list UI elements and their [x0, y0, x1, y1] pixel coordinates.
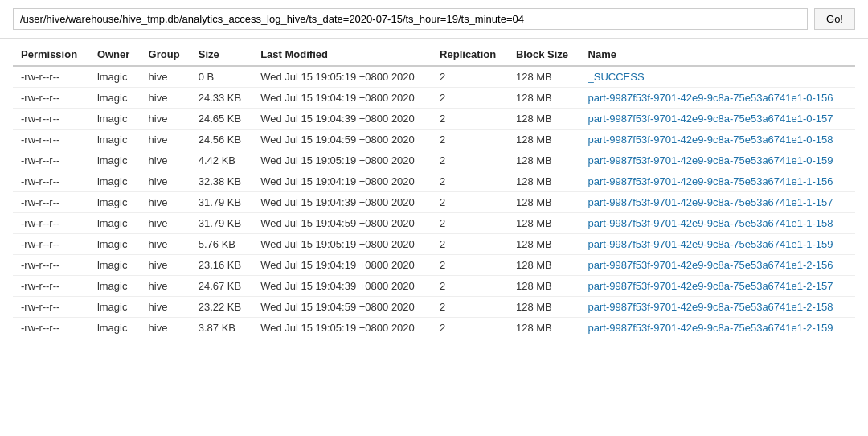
cell-name[interactable]: part-9987f53f-9701-42e9-9c8a-75e53a6741e…: [580, 297, 855, 318]
cell-permission: -rw-r--r--: [13, 109, 89, 130]
cell-permission: -rw-r--r--: [13, 88, 89, 109]
cell-group: hive: [141, 192, 190, 213]
cell-owner: lmagic: [89, 276, 141, 297]
cell-block_size: 128 MB: [508, 171, 580, 192]
table-row: -rw-r--r--lmagichive32.38 KBWed Jul 15 1…: [13, 171, 855, 192]
cell-replication: 2: [432, 109, 508, 130]
cell-replication: 2: [432, 130, 508, 150]
file-table: PermissionOwnerGroupSizeLast ModifiedRep…: [13, 42, 855, 338]
column-header-name: Name: [580, 42, 855, 66]
file-link[interactable]: part-9987f53f-9701-42e9-9c8a-75e53a6741e…: [588, 280, 833, 292]
cell-last_modified: Wed Jul 15 19:05:19 +0800 2020: [252, 318, 432, 339]
cell-owner: lmagic: [89, 255, 141, 276]
cell-name[interactable]: part-9987f53f-9701-42e9-9c8a-75e53a6741e…: [580, 213, 855, 234]
cell-group: hive: [141, 276, 190, 297]
table-row: -rw-r--r--lmagichive0 BWed Jul 15 19:05:…: [13, 66, 855, 88]
cell-size: 32.38 KB: [190, 171, 252, 192]
cell-name[interactable]: part-9987f53f-9701-42e9-9c8a-75e53a6741e…: [580, 88, 855, 109]
cell-permission: -rw-r--r--: [13, 255, 89, 276]
cell-group: hive: [141, 171, 190, 192]
file-link[interactable]: part-9987f53f-9701-42e9-9c8a-75e53a6741e…: [588, 154, 833, 167]
cell-name[interactable]: part-9987f53f-9701-42e9-9c8a-75e53a6741e…: [580, 234, 855, 255]
cell-replication: 2: [432, 276, 508, 297]
cell-size: 3.87 KB: [190, 318, 252, 339]
cell-replication: 2: [432, 150, 508, 171]
cell-name[interactable]: part-9987f53f-9701-42e9-9c8a-75e53a6741e…: [580, 255, 855, 276]
cell-name[interactable]: part-9987f53f-9701-42e9-9c8a-75e53a6741e…: [580, 150, 855, 171]
cell-block_size: 128 MB: [508, 150, 580, 171]
cell-last_modified: Wed Jul 15 19:04:59 +0800 2020: [252, 130, 432, 150]
cell-group: hive: [141, 109, 190, 130]
cell-block_size: 128 MB: [508, 255, 580, 276]
cell-group: hive: [141, 255, 190, 276]
file-link[interactable]: part-9987f53f-9701-42e9-9c8a-75e53a6741e…: [588, 175, 833, 187]
cell-last_modified: Wed Jul 15 19:04:59 +0800 2020: [252, 297, 432, 318]
cell-permission: -rw-r--r--: [13, 192, 89, 213]
cell-name[interactable]: part-9987f53f-9701-42e9-9c8a-75e53a6741e…: [580, 109, 855, 130]
cell-permission: -rw-r--r--: [13, 130, 89, 150]
cell-replication: 2: [432, 318, 508, 339]
cell-permission: -rw-r--r--: [13, 234, 89, 255]
file-link[interactable]: part-9987f53f-9701-42e9-9c8a-75e53a6741e…: [588, 92, 833, 104]
table-header: PermissionOwnerGroupSizeLast ModifiedRep…: [13, 42, 855, 66]
cell-size: 23.16 KB: [190, 255, 252, 276]
file-link[interactable]: part-9987f53f-9701-42e9-9c8a-75e53a6741e…: [588, 113, 833, 125]
cell-block_size: 128 MB: [508, 297, 580, 318]
table-row: -rw-r--r--lmagichive31.79 KBWed Jul 15 1…: [13, 192, 855, 213]
cell-size: 31.79 KB: [190, 192, 252, 213]
cell-last_modified: Wed Jul 15 19:04:19 +0800 2020: [252, 255, 432, 276]
cell-last_modified: Wed Jul 15 19:04:39 +0800 2020: [252, 109, 432, 130]
file-link[interactable]: part-9987f53f-9701-42e9-9c8a-75e53a6741e…: [588, 134, 833, 146]
cell-name[interactable]: part-9987f53f-9701-42e9-9c8a-75e53a6741e…: [580, 318, 855, 339]
column-header-group: Group: [141, 42, 190, 66]
file-link[interactable]: _SUCCESS: [588, 71, 645, 83]
cell-owner: lmagic: [89, 130, 141, 150]
cell-name[interactable]: _SUCCESS: [580, 66, 855, 88]
column-header-block-size: Block Size: [508, 42, 580, 66]
cell-size: 24.56 KB: [190, 130, 252, 150]
path-input[interactable]: [13, 8, 808, 30]
cell-name[interactable]: part-9987f53f-9701-42e9-9c8a-75e53a6741e…: [580, 171, 855, 192]
cell-block_size: 128 MB: [508, 130, 580, 150]
column-header-permission: Permission: [13, 42, 89, 66]
file-link[interactable]: part-9987f53f-9701-42e9-9c8a-75e53a6741e…: [588, 259, 833, 271]
table-row: -rw-r--r--lmagichive4.42 KBWed Jul 15 19…: [13, 150, 855, 171]
cell-owner: lmagic: [89, 88, 141, 109]
file-link[interactable]: part-9987f53f-9701-42e9-9c8a-75e53a6741e…: [588, 238, 833, 250]
table-row: -rw-r--r--lmagichive5.76 KBWed Jul 15 19…: [13, 234, 855, 255]
cell-owner: lmagic: [89, 213, 141, 234]
cell-replication: 2: [432, 88, 508, 109]
table-row: -rw-r--r--lmagichive23.16 KBWed Jul 15 1…: [13, 255, 855, 276]
cell-block_size: 128 MB: [508, 109, 580, 130]
cell-replication: 2: [432, 297, 508, 318]
cell-block_size: 128 MB: [508, 88, 580, 109]
table-row: -rw-r--r--lmagichive24.67 KBWed Jul 15 1…: [13, 276, 855, 297]
file-table-container: PermissionOwnerGroupSizeLast ModifiedRep…: [0, 39, 868, 338]
cell-last_modified: Wed Jul 15 19:04:59 +0800 2020: [252, 213, 432, 234]
cell-last_modified: Wed Jul 15 19:05:19 +0800 2020: [252, 66, 432, 88]
column-header-size: Size: [190, 42, 252, 66]
cell-group: hive: [141, 66, 190, 88]
file-link[interactable]: part-9987f53f-9701-42e9-9c8a-75e53a6741e…: [588, 301, 833, 313]
cell-block_size: 128 MB: [508, 213, 580, 234]
file-link[interactable]: part-9987f53f-9701-42e9-9c8a-75e53a6741e…: [588, 196, 833, 208]
cell-group: hive: [141, 88, 190, 109]
cell-block_size: 128 MB: [508, 276, 580, 297]
cell-permission: -rw-r--r--: [13, 318, 89, 339]
cell-size: 24.65 KB: [190, 109, 252, 130]
cell-owner: lmagic: [89, 234, 141, 255]
cell-replication: 2: [432, 213, 508, 234]
file-link[interactable]: part-9987f53f-9701-42e9-9c8a-75e53a6741e…: [588, 217, 833, 229]
cell-name[interactable]: part-9987f53f-9701-42e9-9c8a-75e53a6741e…: [580, 276, 855, 297]
column-header-owner: Owner: [89, 42, 141, 66]
file-link[interactable]: part-9987f53f-9701-42e9-9c8a-75e53a6741e…: [588, 322, 833, 334]
cell-size: 31.79 KB: [190, 213, 252, 234]
cell-replication: 2: [432, 255, 508, 276]
cell-permission: -rw-r--r--: [13, 276, 89, 297]
go-button[interactable]: Go!: [814, 8, 855, 30]
cell-name[interactable]: part-9987f53f-9701-42e9-9c8a-75e53a6741e…: [580, 192, 855, 213]
table-row: -rw-r--r--lmagichive24.65 KBWed Jul 15 1…: [13, 109, 855, 130]
cell-last_modified: Wed Jul 15 19:05:19 +0800 2020: [252, 150, 432, 171]
cell-owner: lmagic: [89, 318, 141, 339]
cell-name[interactable]: part-9987f53f-9701-42e9-9c8a-75e53a6741e…: [580, 130, 855, 150]
